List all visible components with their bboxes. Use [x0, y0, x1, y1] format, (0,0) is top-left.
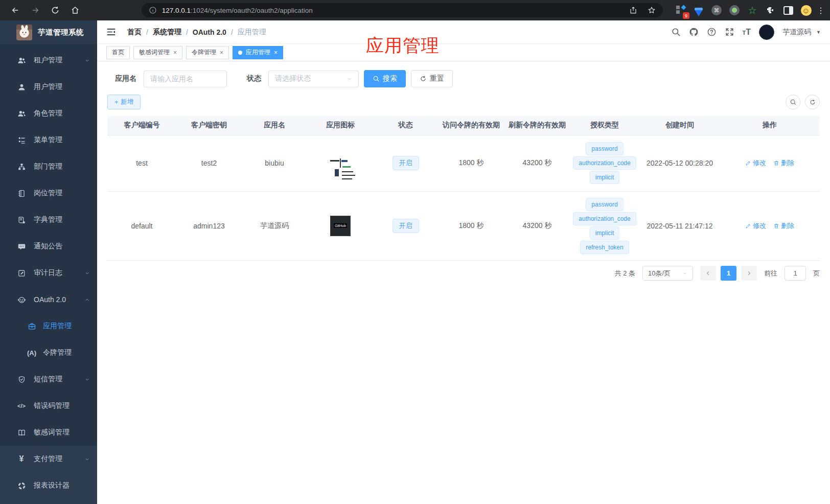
- chevron-right-icon: [746, 270, 752, 276]
- sidebar-item-report-designer[interactable]: 报表设计器: [0, 472, 97, 499]
- fullscreen-icon[interactable]: [725, 27, 734, 37]
- main-content: 应用名 状态 请选择状态 搜索 重置 + 新增: [97, 62, 830, 504]
- sidebar-menu: 租户管理 用户管理 角色管理 菜单管理 部门管理 岗位管理: [0, 44, 97, 446]
- goto-page-input[interactable]: [785, 266, 806, 281]
- caret-down-icon[interactable]: ▼: [816, 30, 821, 35]
- menu-tree-icon: [17, 135, 26, 145]
- grant-type-tags: password authorization_code implicit: [569, 142, 640, 184]
- open-book-icon: [17, 428, 26, 437]
- help-icon[interactable]: [707, 27, 717, 37]
- sidebar-item-token-mgmt[interactable]: (A) 令牌管理: [0, 339, 97, 366]
- green-star-extension-icon[interactable]: ☆: [746, 4, 759, 17]
- github-icon[interactable]: [689, 27, 699, 37]
- next-page-button[interactable]: [741, 266, 757, 281]
- command-extension-icon[interactable]: ⌘: [710, 4, 723, 17]
- app-icon-image: GitHub: [330, 216, 351, 236]
- app-title: 芋道管理系统: [38, 28, 84, 37]
- edit-button[interactable]: 修改: [745, 221, 766, 231]
- avatar[interactable]: [759, 25, 774, 40]
- sidebar-item-dept-mgmt[interactable]: 部门管理: [0, 153, 97, 180]
- breadcrumb-system[interactable]: 系统管理: [153, 28, 181, 37]
- app-name-input[interactable]: [144, 71, 227, 87]
- briefcase-icon: [27, 322, 36, 331]
- close-icon[interactable]: ×: [274, 50, 278, 56]
- font-size-icon[interactable]: TT: [743, 28, 751, 37]
- sidebar-item-post-mgmt[interactable]: 岗位管理: [0, 180, 97, 207]
- sidebar-item-menu-mgmt[interactable]: 菜单管理: [0, 127, 97, 153]
- prev-page-button[interactable]: [700, 266, 716, 281]
- sidebar-item-user-mgmt[interactable]: 用户管理: [0, 74, 97, 100]
- navbar-actions: TT 芋道源码 ▼: [671, 25, 821, 40]
- breadcrumb-current: 应用管理: [238, 28, 266, 37]
- record-extension-icon[interactable]: [728, 4, 741, 17]
- search-button[interactable]: 搜索: [364, 70, 406, 87]
- refresh-icon: [420, 75, 427, 82]
- add-button[interactable]: + 新增: [107, 95, 141, 109]
- col-refresh-validity: 刷新令牌的有效期: [505, 116, 569, 135]
- refresh-table-button[interactable]: [805, 95, 820, 109]
- profile-emoji-icon[interactable]: ☺: [799, 4, 813, 17]
- home-icon[interactable]: [65, 3, 85, 17]
- split-view-icon[interactable]: [781, 4, 795, 17]
- status-select[interactable]: 请选择状态: [268, 71, 359, 87]
- grant-type-tags: password authorization_code implicit ref…: [569, 198, 640, 254]
- page-number-1[interactable]: 1: [721, 266, 736, 281]
- user-icon: [17, 82, 26, 91]
- tab-token-mgmt[interactable]: 令牌管理 ×: [186, 46, 229, 59]
- toggle-search-button[interactable]: [786, 95, 800, 109]
- applications-table: 客户端编号 客户端密钥 应用名 应用图标 状态 访问令牌的有效期 刷新令牌的有效…: [107, 116, 820, 261]
- bookmark-star-icon[interactable]: [648, 6, 656, 14]
- breadcrumb-home[interactable]: 首页: [127, 28, 142, 37]
- sidebar-item-tenant-mgmt[interactable]: 租户管理: [0, 47, 97, 74]
- back-icon[interactable]: [5, 3, 25, 17]
- sidebar-item-pay-mgmt[interactable]: ¥ 支付管理: [0, 446, 97, 472]
- sidebar-item-audit-log[interactable]: 审计日志: [0, 260, 97, 286]
- sidebar-item-dict-mgmt[interactable]: 字典管理: [0, 207, 97, 233]
- reset-button[interactable]: 重置: [411, 70, 453, 87]
- search-icon: [373, 75, 380, 82]
- close-icon[interactable]: ×: [173, 50, 177, 56]
- sidebar-item-application-mgmt[interactable]: 应用管理: [0, 313, 97, 339]
- chevron-down-icon: [84, 456, 90, 462]
- shield-icon: [17, 375, 26, 384]
- extension-grid-icon[interactable]: 9: [674, 4, 687, 17]
- pencil-icon: [745, 223, 751, 229]
- gem-extension-icon[interactable]: [692, 4, 705, 17]
- tab-application-mgmt[interactable]: 应用管理 ×: [233, 46, 283, 59]
- browser-chrome: 127.0.0.1:1024/system/oauth2/oauth2/appl…: [0, 0, 830, 20]
- close-icon[interactable]: ×: [220, 50, 223, 56]
- edit-log-icon: [17, 268, 26, 278]
- delete-button[interactable]: 删除: [773, 221, 794, 231]
- forward-icon[interactable]: [25, 3, 45, 17]
- sidebar-item-notice[interactable]: 通知公告: [0, 233, 97, 260]
- refresh-icon: [809, 99, 816, 106]
- col-app-icon: 应用图标: [307, 116, 374, 135]
- site-info-icon[interactable]: [149, 6, 157, 14]
- app-icon-image: [340, 158, 341, 168]
- sidebar-fold-icon[interactable]: [106, 27, 116, 37]
- table-toolbar: + 新增: [107, 95, 820, 109]
- sidebar-item-role-mgmt[interactable]: 角色管理: [0, 100, 97, 127]
- message-icon: [17, 242, 26, 251]
- col-status: 状态: [374, 116, 437, 135]
- share-icon[interactable]: [629, 6, 637, 14]
- sidebar-item-oauth2[interactable]: OAuth 2.0: [0, 286, 97, 313]
- sidebar-item-errcode-mgmt[interactable]: </> 错误码管理: [0, 393, 97, 419]
- sidebar-item-sensitive-words[interactable]: 敏感词管理: [0, 419, 97, 446]
- page-size-select[interactable]: 10条/页: [642, 266, 693, 281]
- notebook-icon: [17, 189, 26, 198]
- reload-icon[interactable]: [45, 3, 65, 17]
- search-icon[interactable]: [671, 27, 681, 37]
- edit-button[interactable]: 修改: [745, 158, 766, 168]
- tab-sensitive-words[interactable]: 敏感词管理 ×: [133, 46, 182, 59]
- app-logo[interactable]: 芋道管理系统: [0, 20, 97, 44]
- extensions-puzzle-icon[interactable]: [764, 4, 777, 17]
- tab-home[interactable]: 首页: [106, 46, 130, 59]
- sidebar-item-sms-mgmt[interactable]: 短信管理: [0, 366, 97, 393]
- url-bar[interactable]: 127.0.0.1:1024/system/oauth2/oauth2/appl…: [142, 3, 663, 17]
- delete-button[interactable]: 删除: [773, 158, 794, 168]
- browser-menu-icon[interactable]: ⋮: [817, 6, 825, 15]
- plus-icon: +: [114, 99, 118, 106]
- active-dot: [238, 51, 242, 55]
- breadcrumb-oauth2[interactable]: OAuth 2.0: [193, 28, 226, 36]
